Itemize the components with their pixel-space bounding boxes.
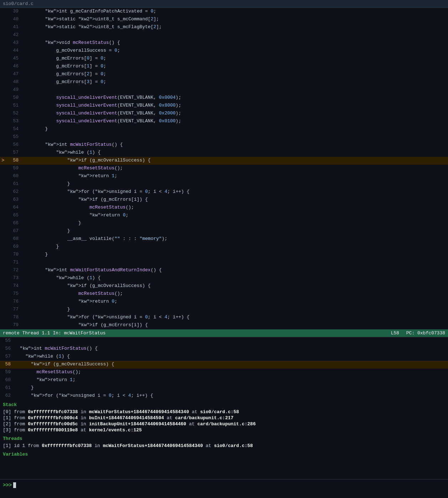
line-num-70: 70 xyxy=(7,251,23,258)
line-num-65: 65 xyxy=(7,212,23,219)
line-code-52: syscall_undeliverEvent(EVENT_VBLANK, 0x2… xyxy=(23,110,181,117)
code-line-39: 39 "kw">int g_mcCardInfoPatchActivated =… xyxy=(0,8,448,16)
debug-code-view: 55 56 "kw">int mcWaitForStatus() {57 "kw… xyxy=(0,337,448,400)
debug-line-code-55 xyxy=(14,337,17,344)
debug-line-num-57: 57 xyxy=(1,353,14,360)
line-num-72: 72 xyxy=(7,267,23,274)
line-code-69: } xyxy=(23,243,59,250)
debug-line-code-56: "kw">int mcWaitForStatus() { xyxy=(14,345,98,352)
stack-header: Stack xyxy=(0,400,448,408)
line-code-70: } xyxy=(23,251,48,258)
line-num-67: 67 xyxy=(7,227,23,235)
line-num-79: 79 xyxy=(7,322,23,329)
line-code-64: mcResetStatus(); xyxy=(23,204,134,211)
code-line-46: 46 g_mcErrors[1] = 0; xyxy=(0,63,448,71)
line-code-55 xyxy=(23,133,26,140)
debug-line-num-61: 61 xyxy=(1,384,14,391)
line-num-51: 51 xyxy=(7,102,23,109)
line-num-55: 55 xyxy=(7,133,23,140)
line-num-57: 57 xyxy=(7,149,23,156)
line-code-78: "kw">for ("kw">unsigned i = 0; i < 4; i+… xyxy=(23,314,189,321)
line-num-46: 46 xyxy=(7,63,23,70)
debug-line-62: 62 "kw">for ("kw">unsigned i = 0; i < 4;… xyxy=(0,392,448,400)
code-line-44: 44 g_mcOverallSuccess = 0; xyxy=(0,47,448,55)
code-line-42: 42 xyxy=(0,31,448,39)
debug-line-num-62: 62 xyxy=(1,392,14,399)
line-num-76: 76 xyxy=(7,298,23,305)
code-line-45: 45 g_mcErrors[0] = 0; xyxy=(0,55,448,63)
code-line-51: 51 syscall_undeliverEvent(EVENT_VBLANK, … xyxy=(0,102,448,110)
line-num-50: 50 xyxy=(7,94,23,101)
line-num-74: 74 xyxy=(7,282,23,289)
line-code-72: "kw">int mcWaitForStatusAndReturnIndex()… xyxy=(23,267,162,274)
code-line-49: 49 xyxy=(0,86,448,94)
stack-entry-2: [2] from 0xffffffffbfc00d5c in initBacku… xyxy=(3,421,445,427)
line-code-76: "kw">return 0; xyxy=(23,298,117,305)
line-num-66: 66 xyxy=(7,220,23,227)
line-code-39: "kw">int g_mcCardInfoPatchActivated = 0; xyxy=(23,8,156,15)
code-line-78: 78 "kw">for ("kw">unsigned i = 0; i < 4;… xyxy=(0,314,448,322)
line-num-52: 52 xyxy=(7,110,23,117)
debug-line-58: 58 "kw">if (g_mcOverallSuccess) { xyxy=(0,361,448,369)
variables-section: Variables xyxy=(0,450,448,479)
line-code-42 xyxy=(23,31,26,38)
thread-entry-0: [1] id 1 from 0xffffffffbfc07338 in mcWa… xyxy=(3,443,445,449)
code-line-54: 54 } xyxy=(0,125,448,133)
line-num-39: 39 xyxy=(7,8,23,15)
line-code-79: "kw">if (g_mcErrors[i]) { xyxy=(23,322,148,329)
line-num-64: 64 xyxy=(7,204,23,211)
debug-line-code-62: "kw">for ("kw">unsigned i = 0; i < 4; i+… xyxy=(14,392,153,399)
debug-line-56: 56 "kw">int mcWaitForStatus() { xyxy=(0,345,448,353)
line-code-57: "kw">while (1) { xyxy=(23,149,100,156)
line-code-51: syscall_undeliverEvent(EVENT_VBLANK, 0x8… xyxy=(23,102,181,109)
line-code-50: syscall_undeliverEvent(EVENT_VBLANK, 0x0… xyxy=(23,94,181,101)
code-line-61: 61 } xyxy=(0,180,448,188)
debug-line-num-58: 58 xyxy=(1,361,14,368)
code-line-56: 56 "kw">int mcWaitForStatus() { xyxy=(0,141,448,149)
line-num-73: 73 xyxy=(7,274,23,282)
code-line-53: 53 syscall_undeliverEvent(EVENT_VBLANK, … xyxy=(0,118,448,125)
line-code-68: __asm__ volatile("" : : : "memory"); xyxy=(23,235,167,242)
code-line-63: 63 "kw">if (g_mcErrors[i]) { xyxy=(0,196,448,204)
code-line-58: >58 "kw">if (g_mcOverallSuccess) { xyxy=(0,157,448,165)
status-pc: PC: 0xbfc07338 xyxy=(406,330,445,336)
variables-header: Variables xyxy=(0,450,448,458)
debug-line-num-60: 60 xyxy=(1,376,14,384)
line-code-73: "kw">while (1) { xyxy=(23,274,100,282)
line-arrow-58: > xyxy=(1,157,7,165)
code-line-41: 41 "kw">static "kw2">uint8_t s_mcFlagByt… xyxy=(0,24,448,31)
line-num-47: 47 xyxy=(7,71,23,78)
debug-line-num-59: 59 xyxy=(1,369,14,376)
line-code-47: g_mcErrors[2] = 0; xyxy=(23,71,106,78)
line-code-41: "kw">static "kw2">uint8_t s_mcFlagByte[2… xyxy=(23,24,162,31)
line-code-43: "kw">void mcResetStatus() { xyxy=(23,39,120,46)
line-num-63: 63 xyxy=(7,196,23,203)
line-num-53: 53 xyxy=(7,118,23,125)
debug-line-num-55: 55 xyxy=(1,337,14,344)
debug-line-57: 57 "kw">while (1) { xyxy=(0,353,448,361)
line-num-40: 40 xyxy=(7,16,23,23)
line-num-69: 69 xyxy=(7,243,23,250)
code-line-74: 74 "kw">if (g_mcOverallSuccess) { xyxy=(0,282,448,290)
line-code-44: g_mcOverallSuccess = 0; xyxy=(23,47,120,54)
code-line-67: 67 } xyxy=(0,227,448,235)
line-num-61: 61 xyxy=(7,180,23,188)
debug-panel: 55 56 "kw">int mcWaitForStatus() {57 "kw… xyxy=(0,337,448,479)
line-code-45: g_mcErrors[0] = 0; xyxy=(23,55,106,62)
code-line-64: 64 mcResetStatus(); xyxy=(0,204,448,212)
code-line-50: 50 syscall_undeliverEvent(EVENT_VBLANK, … xyxy=(0,94,448,102)
code-line-40: 40 "kw">static "kw2">uint8_t s_mcCommand… xyxy=(0,16,448,24)
line-num-44: 44 xyxy=(7,47,23,54)
code-line-72: 72 "kw">int mcWaitForStatusAndReturnInde… xyxy=(0,267,448,274)
line-num-62: 62 xyxy=(7,188,23,195)
line-num-42: 42 xyxy=(7,31,23,38)
stack-entries: [0] from 0xffffffffbfc07338 in mcWaitFor… xyxy=(0,408,448,434)
console-area[interactable]: >>> xyxy=(0,479,448,491)
code-line-55: 55 xyxy=(0,133,448,141)
code-line-47: 47 g_mcErrors[2] = 0; xyxy=(0,71,448,78)
debug-line-code-57: "kw">while (1) { xyxy=(14,353,70,360)
code-line-75: 75 mcResetStatus(); xyxy=(0,290,448,298)
debug-line-55: 55 xyxy=(0,337,448,345)
threads-section: Threads [1] id 1 from 0xffffffffbfc07338… xyxy=(0,434,448,450)
debug-line-59: 59 mcResetStatus(); xyxy=(0,369,448,376)
